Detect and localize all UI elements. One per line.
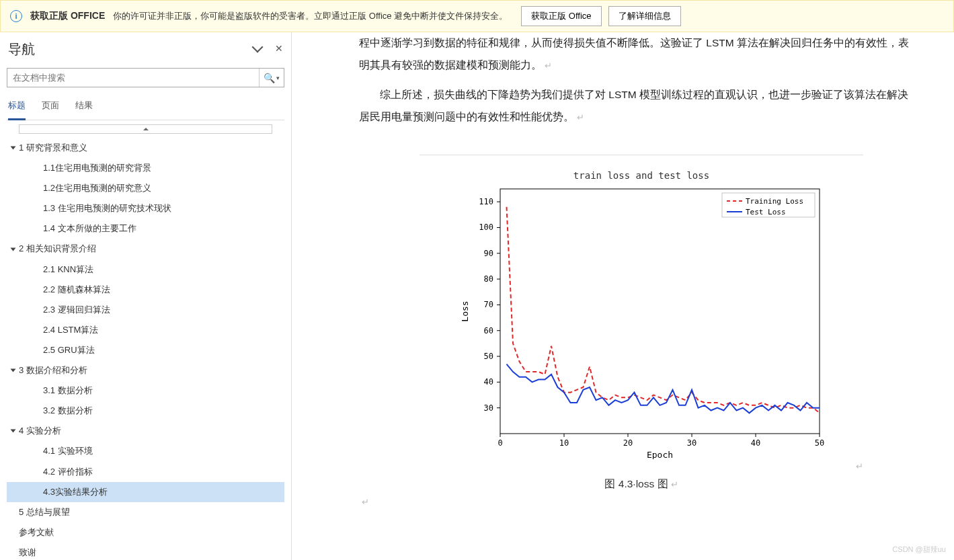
search-icon: 🔍	[264, 73, 275, 83]
collapse-all-button[interactable]	[19, 124, 272, 134]
outline-label: 1.2住宅用电预测的研究意义	[43, 181, 151, 196]
svg-text:40: 40	[751, 438, 760, 448]
outline-item[interactable]: 1.4 文本所做的主要工作	[7, 218, 284, 239]
outline-label: 3.2 数据分析	[43, 403, 93, 418]
outline-label: 1.4 文本所做的主要工作	[43, 221, 136, 236]
chevron-up-icon	[143, 128, 149, 130]
tab-results[interactable]: 结果	[75, 97, 93, 120]
paragraph-mark-icon: ↵	[856, 461, 863, 471]
banner: i 获取正版 OFFICE 你的许可证并非正版，你可能是盗版软件的受害者。立即通…	[0, 0, 954, 32]
outline-label: 2.3 逻辑回归算法	[43, 303, 110, 317]
outline-label: 4 实验分析	[19, 424, 61, 438]
document-body: 程中逐渐学习到数据的特征和规律，从而使得损失值不断降低。这验证了 LSTM 算法…	[359, 32, 917, 128]
paragraph: 综上所述，损失曲线的下降趋势为我们提供了对 LSTM 模型训练过程的直观认识，也…	[359, 84, 917, 128]
svg-text:60: 60	[484, 326, 493, 335]
svg-text:Epoch: Epoch	[647, 450, 673, 459]
outline-label: 2 相关知识背景介绍	[19, 241, 96, 256]
outline-item[interactable]: 3 数据介绍和分析	[7, 360, 284, 381]
outline-item[interactable]: 1.1住宅用电预测的研究背景	[7, 158, 284, 178]
outline-label: 4.3实验结果分析	[43, 485, 108, 499]
outline-item[interactable]: 1.3 住宅用电预测的研究技术现状	[7, 198, 284, 218]
svg-text:10: 10	[559, 438, 569, 448]
outline-item[interactable]: 1.2住宅用电预测的研究意义	[7, 178, 284, 198]
paragraph-mark-icon: ↵	[577, 112, 584, 122]
outline-label: 2.4 LSTM算法	[43, 323, 98, 337]
outline-label: 致谢	[19, 545, 36, 560]
outline-label: 5 总结与展望	[19, 505, 70, 520]
banner-text: 你的许可证并非正版，你可能是盗版软件的受害者。立即通过正版 Office 避免中…	[113, 10, 508, 22]
outline-item[interactable]: 3.2 数据分析	[7, 401, 284, 421]
svg-text:110: 110	[479, 197, 493, 206]
learn-more-button[interactable]: 了解详细信息	[608, 6, 681, 26]
outline-tree: 1 研究背景和意义1.1住宅用电预测的研究背景1.2住宅用电预测的研究意义1.3…	[7, 136, 284, 560]
info-icon: i	[10, 10, 22, 22]
tab-pages[interactable]: 页面	[42, 97, 59, 120]
outline-item[interactable]: 3.1 数据分析	[7, 381, 284, 401]
outline-item[interactable]: 1 研究背景和意义	[7, 138, 284, 158]
svg-text:Test Loss: Test Loss	[746, 208, 786, 216]
outline-label: 3 数据介绍和分析	[19, 363, 87, 378]
outline-label: 1 研究背景和意义	[19, 141, 87, 155]
outline-item[interactable]: 2.1 KNN算法	[7, 259, 284, 280]
outline-item[interactable]: 4 实验分析	[7, 421, 284, 441]
svg-text:30: 30	[687, 438, 697, 448]
loss-chart: 3040506070809010011001020304050EpochLoss…	[453, 184, 830, 459]
outline-label: 2.5 GRU算法	[43, 343, 95, 358]
figure-caption: 图 4.3·loss 图↵	[420, 477, 863, 491]
outline-label: 参考文献	[19, 525, 54, 540]
nav-title: 导航	[8, 40, 35, 58]
banner-title: 获取正版 OFFICE	[30, 10, 105, 22]
triangle-down-icon[interactable]	[11, 147, 16, 150]
outline-item[interactable]: 5 总结与展望	[7, 502, 284, 522]
close-icon[interactable]: ✕	[275, 43, 283, 56]
document-area[interactable]: 程中逐渐学习到数据的特征和规律，从而使得损失值不断降低。这验证了 LSTM 算法…	[292, 32, 954, 560]
outline-item[interactable]: 2.3 逻辑回归算法	[7, 300, 284, 320]
triangle-down-icon[interactable]	[11, 247, 16, 251]
outline-label: 1.1住宅用电预测的研究背景	[43, 161, 151, 175]
svg-text:80: 80	[484, 274, 493, 284]
chart-title: train loss and test loss	[420, 170, 863, 181]
nav-tabs: 标题 页面 结果	[7, 97, 284, 120]
svg-text:20: 20	[623, 438, 633, 448]
get-office-button[interactable]: 获取正版 Office	[521, 6, 601, 26]
tab-headings[interactable]: 标题	[8, 97, 26, 120]
svg-text:90: 90	[484, 249, 493, 258]
paragraph-mark-icon: ↵	[362, 497, 369, 507]
paragraph-mark-icon: ↵	[671, 479, 678, 489]
outline-item[interactable]: 2.2 随机森林算法	[7, 280, 284, 300]
svg-text:50: 50	[484, 352, 493, 361]
paragraph-mark-icon: ↵	[545, 61, 552, 71]
outline-item[interactable]: 4.1 实验环境	[7, 441, 284, 461]
svg-text:30: 30	[484, 403, 493, 413]
paragraph: 程中逐渐学习到数据的特征和规律，从而使得损失值不断降低。这验证了 LSTM 算法…	[359, 32, 917, 76]
outline-item[interactable]: 4.2 评价指标	[7, 462, 284, 482]
outline-item[interactable]: 4.3实验结果分析	[7, 482, 284, 502]
outline-label: 1.3 住宅用电预测的研究技术现状	[43, 201, 171, 216]
outline-item[interactable]: 2.5 GRU算法	[7, 340, 284, 360]
outline-label: 3.1 数据分析	[43, 383, 93, 398]
outline-label: 2.2 随机森林算法	[43, 282, 110, 297]
svg-text:50: 50	[815, 438, 824, 448]
chart-figure: train loss and test loss 304050607080901…	[420, 155, 863, 491]
triangle-down-icon[interactable]	[11, 430, 16, 433]
svg-text:40: 40	[484, 378, 493, 387]
outline-label: 4.1 实验环境	[43, 444, 93, 458]
search-button[interactable]: 🔍 ▾	[259, 69, 284, 87]
outline-item[interactable]: 2.4 LSTM算法	[7, 320, 284, 340]
svg-text:Training Loss: Training Loss	[746, 197, 803, 206]
outline-item[interactable]: 致谢	[7, 543, 284, 560]
search-input[interactable]	[7, 69, 259, 87]
chevron-down-icon: ▾	[276, 75, 280, 81]
outline-item[interactable]: 2 相关知识背景介绍	[7, 239, 284, 259]
chevron-down-icon[interactable]	[253, 43, 262, 56]
outline-label: 4.2 评价指标	[43, 465, 93, 479]
triangle-down-icon[interactable]	[11, 369, 16, 372]
navigation-pane: 导航 ✕ 🔍 ▾ 标题 页面 结果 1 研究背景和意义1.1住宅用电预测的研究背…	[0, 32, 292, 560]
outline-label: 2.1 KNN算法	[43, 262, 93, 277]
outline-item[interactable]: 参考文献	[7, 522, 284, 543]
svg-text:Loss: Loss	[460, 301, 470, 322]
watermark: CSDN @甜辣uu	[892, 545, 946, 555]
search-box: 🔍 ▾	[7, 68, 284, 87]
svg-text:0: 0	[498, 438, 502, 448]
svg-text:70: 70	[484, 301, 493, 310]
